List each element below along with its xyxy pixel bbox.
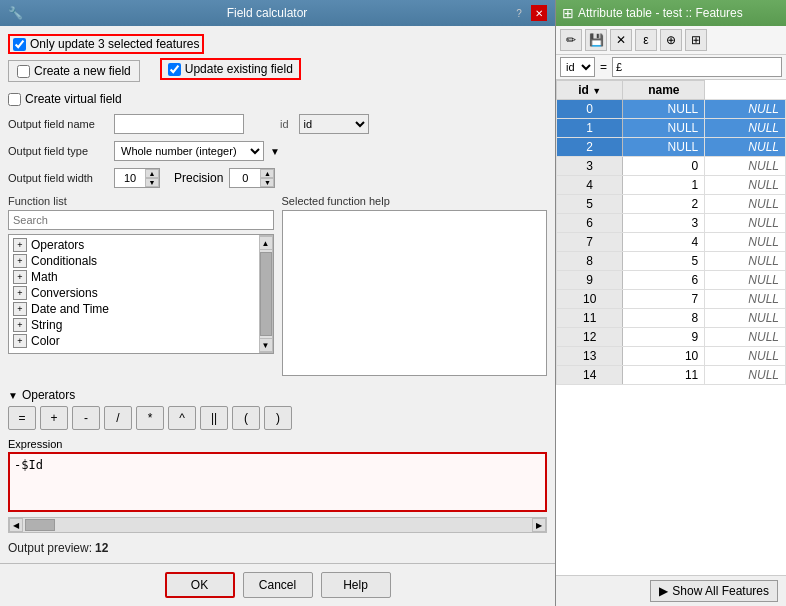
width-down-btn[interactable]: ▼ bbox=[145, 178, 159, 187]
show-all-features-button[interactable]: ▶ Show All Features bbox=[650, 580, 778, 602]
width-spinbox[interactable]: ▲ ▼ bbox=[114, 168, 160, 188]
output-field-type-select[interactable]: Whole number (integer) bbox=[114, 141, 264, 161]
tree-scrollbar[interactable]: ▲ ▼ bbox=[259, 235, 273, 353]
expand-datetime[interactable]: + bbox=[13, 302, 27, 316]
expand-conversions[interactable]: + bbox=[13, 286, 27, 300]
row-name-2: NULL bbox=[705, 138, 786, 157]
table-row[interactable]: 3 0 NULL bbox=[557, 157, 786, 176]
delete-btn[interactable]: ✕ bbox=[610, 29, 632, 51]
tree-item-color[interactable]: + Color bbox=[11, 333, 257, 349]
tree-item-conversions[interactable]: + Conversions bbox=[11, 285, 257, 301]
expression-input[interactable]: -$Id bbox=[8, 452, 547, 512]
table-row[interactable]: 13 10 NULL bbox=[557, 347, 786, 366]
row-id-7: 4 bbox=[623, 233, 705, 252]
scroll-down-arrow[interactable]: ▼ bbox=[259, 338, 273, 352]
scroll-right-arrow[interactable]: ▶ bbox=[532, 518, 546, 532]
operators-header: ▼ Operators bbox=[8, 388, 547, 402]
op-eq[interactable]: = bbox=[8, 406, 36, 430]
op-open-paren[interactable]: ( bbox=[232, 406, 260, 430]
operators-collapse-arrow[interactable]: ▼ bbox=[8, 390, 18, 401]
op-multiply[interactable]: * bbox=[136, 406, 164, 430]
expand-conditionals[interactable]: + bbox=[13, 254, 27, 268]
help-icon-btn[interactable]: ? bbox=[511, 5, 527, 21]
output-field-name-input[interactable] bbox=[114, 114, 244, 134]
row-id-5: 2 bbox=[623, 195, 705, 214]
precision-label: Precision bbox=[174, 171, 223, 185]
tree-item-datetime[interactable]: + Date and Time bbox=[11, 301, 257, 317]
filter-value-input[interactable] bbox=[612, 57, 782, 77]
table-row[interactable]: 11 8 NULL bbox=[557, 309, 786, 328]
expression-section: Expression -$Id ◀ ▶ bbox=[8, 438, 547, 533]
op-minus[interactable]: - bbox=[72, 406, 100, 430]
field-filter-select[interactable]: id bbox=[560, 57, 595, 77]
field-choice-row: Create a new field Update existing field bbox=[8, 58, 547, 84]
table-row[interactable]: 0 NULL NULL bbox=[557, 100, 786, 119]
tree-item-conditionals[interactable]: + Conditionals bbox=[11, 253, 257, 269]
table-row[interactable]: 2 NULL NULL bbox=[557, 138, 786, 157]
cancel-button[interactable]: Cancel bbox=[243, 572, 313, 598]
h-scroll-thumb[interactable] bbox=[25, 519, 55, 531]
create-new-field-checkbox[interactable] bbox=[17, 65, 30, 78]
save-btn[interactable]: 💾 bbox=[585, 29, 607, 51]
expand-string[interactable]: + bbox=[13, 318, 27, 332]
op-power[interactable]: ^ bbox=[168, 406, 196, 430]
function-search-input[interactable] bbox=[8, 210, 274, 230]
update-existing-field-checkbox[interactable] bbox=[168, 63, 181, 76]
expand-color[interactable]: + bbox=[13, 334, 27, 348]
precision-up-btn[interactable]: ▲ bbox=[260, 169, 274, 178]
row-num-3: 3 bbox=[557, 157, 623, 176]
table-row[interactable]: 9 6 NULL bbox=[557, 271, 786, 290]
scroll-thumb[interactable] bbox=[260, 252, 272, 336]
table-row[interactable]: 6 3 NULL bbox=[557, 214, 786, 233]
output-field-width-label: Output field width bbox=[8, 172, 108, 184]
expand-math[interactable]: + bbox=[13, 270, 27, 284]
create-new-field-label: Create a new field bbox=[34, 64, 131, 78]
tree-item-string[interactable]: + String bbox=[11, 317, 257, 333]
close-button[interactable]: ✕ bbox=[531, 5, 547, 21]
copy-btn[interactable]: ⊕ bbox=[660, 29, 682, 51]
attr-table: id ▼ name 0 NULL NULL 1 NULL NULL 2 NULL… bbox=[556, 80, 786, 575]
op-concat[interactable]: || bbox=[200, 406, 228, 430]
width-up-btn[interactable]: ▲ bbox=[145, 169, 159, 178]
row-name-5: NULL bbox=[705, 195, 786, 214]
tree-item-math[interactable]: + Math bbox=[11, 269, 257, 285]
operator-buttons: = + - / * ^ || ( ) bbox=[8, 406, 547, 430]
only-update-checkbox[interactable] bbox=[13, 38, 26, 51]
table-row[interactable]: 12 9 NULL bbox=[557, 328, 786, 347]
pencil-btn[interactable]: ✏ bbox=[560, 29, 582, 51]
op-plus[interactable]: + bbox=[40, 406, 68, 430]
row-id-13: 10 bbox=[623, 347, 705, 366]
row-name-3: NULL bbox=[705, 157, 786, 176]
table-row[interactable]: 10 7 NULL bbox=[557, 290, 786, 309]
width-spinbox-btns: ▲ ▼ bbox=[145, 169, 159, 187]
expression-label: Expression bbox=[8, 438, 547, 450]
only-update-label: Only update 3 selected features bbox=[30, 37, 199, 51]
width-input[interactable] bbox=[115, 169, 145, 187]
op-divide[interactable]: / bbox=[104, 406, 132, 430]
table-row[interactable]: 5 2 NULL bbox=[557, 195, 786, 214]
scroll-left-arrow[interactable]: ◀ bbox=[9, 518, 23, 532]
expand-operators[interactable]: + bbox=[13, 238, 27, 252]
op-close-paren[interactable]: ) bbox=[264, 406, 292, 430]
field-calculator-panel: 🔧 Field calculator ? ✕ Only update 3 sel… bbox=[0, 0, 555, 606]
row-name-12: NULL bbox=[705, 328, 786, 347]
table-row[interactable]: 4 1 NULL bbox=[557, 176, 786, 195]
attribute-table-panel: ⊞ Attribute table - test :: Features ✏ 💾… bbox=[555, 0, 786, 606]
table-row[interactable]: 14 11 NULL bbox=[557, 366, 786, 385]
table-row[interactable]: 8 5 NULL bbox=[557, 252, 786, 271]
ok-button[interactable]: OK bbox=[165, 572, 235, 598]
tree-item-operators[interactable]: + Operators bbox=[11, 237, 257, 253]
precision-spinbox[interactable]: ▲ ▼ bbox=[229, 168, 275, 188]
paste-btn[interactable]: ⊞ bbox=[685, 29, 707, 51]
table-row[interactable]: 1 NULL NULL bbox=[557, 119, 786, 138]
existing-field-dropdown[interactable]: id bbox=[299, 114, 369, 134]
scroll-up-arrow[interactable]: ▲ bbox=[259, 236, 273, 250]
create-virtual-row: Create virtual field bbox=[8, 92, 547, 106]
precision-down-btn[interactable]: ▼ bbox=[260, 178, 274, 187]
row-name-7: NULL bbox=[705, 233, 786, 252]
create-virtual-checkbox[interactable] bbox=[8, 93, 21, 106]
precision-input[interactable] bbox=[230, 169, 260, 187]
table-row[interactable]: 7 4 NULL bbox=[557, 233, 786, 252]
function-btn[interactable]: ε bbox=[635, 29, 657, 51]
help-button[interactable]: Help bbox=[321, 572, 391, 598]
